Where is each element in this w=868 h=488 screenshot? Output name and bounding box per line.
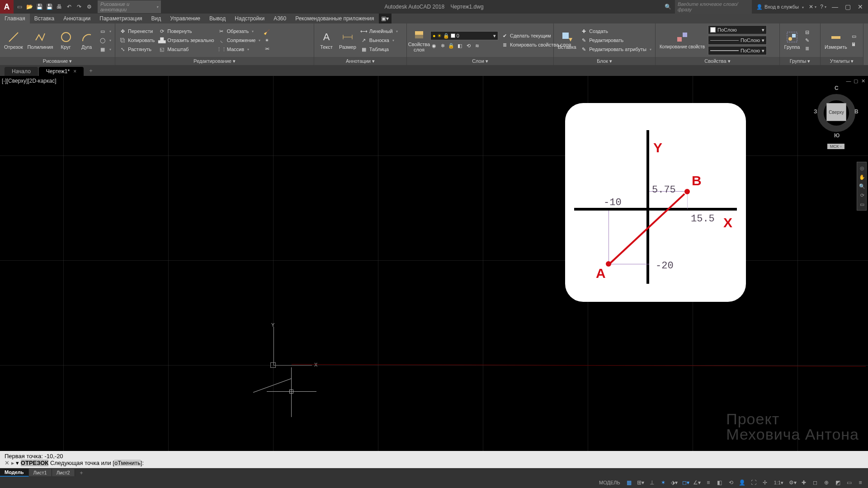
transparency-toggle[interactable]: ◧ — [715, 478, 725, 487]
nav-orbit-icon[interactable]: ⟳ — [858, 191, 866, 199]
workspace-dropdown[interactable]: Рисование и аннотации — [98, 0, 161, 13]
mirror-button[interactable]: ▟▙Отразить зеркально — [157, 36, 215, 44]
vc-south[interactable]: Ю — [834, 132, 840, 139]
snap-toggle[interactable]: ⊞▾ — [636, 478, 646, 487]
tab-parametric[interactable]: Параметризация — [95, 14, 146, 23]
maximize-button[interactable]: ▢ — [843, 2, 853, 12]
panel-draw-title[interactable]: Рисование ▾ — [0, 57, 115, 65]
open-icon[interactable]: 📂 — [25, 3, 33, 11]
group-button[interactable]: Группа — [783, 30, 802, 51]
vc-east[interactable]: В — [854, 108, 859, 115]
minimize-button[interactable]: — — [830, 2, 840, 12]
nav-pan-icon[interactable]: ✋ — [858, 173, 866, 181]
nav-wheel-icon[interactable]: ◎ — [858, 164, 866, 172]
panel-modify-title[interactable]: Редактирование ▾ — [115, 57, 314, 65]
add-layout-button[interactable]: ＋ — [75, 468, 88, 478]
layer-prev-btn[interactable]: ⟲ — [465, 42, 472, 49]
tab-layout2[interactable]: Лист2 — [52, 469, 75, 476]
vp-maximize-icon[interactable]: ▢ — [853, 78, 859, 84]
layer-props-button[interactable]: Свойства слоя — [410, 27, 429, 53]
tab-manage[interactable]: Управление — [165, 14, 205, 23]
viewcube-top-face[interactable]: Сверху — [826, 103, 846, 121]
stretch-button[interactable]: ⤡Растянуть — [118, 45, 156, 53]
max-vp-icon[interactable]: ◻ — [810, 478, 820, 487]
lwt-toggle[interactable]: ≡ — [703, 478, 713, 487]
tab-drawing1[interactable]: Чертеж1*× — [39, 67, 84, 76]
layer-lock-btn[interactable]: 🔒 — [448, 42, 455, 49]
select-btn[interactable]: ▭ — [850, 33, 858, 40]
layer-freeze-btn[interactable]: ❄ — [439, 42, 446, 49]
edit-block-button[interactable]: ✎Редактировать — [579, 36, 652, 44]
color-dropdown[interactable]: ПоСлою▾ — [708, 25, 767, 34]
vc-north[interactable]: С — [835, 85, 839, 91]
viewcube[interactable]: Сверху С В Ю З МСК — [814, 85, 859, 148]
drawing-viewport[interactable]: [-][Сверху][2D-каркас] — ▢ ✕ Y X Сверху … — [0, 76, 868, 451]
edit-attr-button[interactable]: ✎Редактировать атрибуты — [579, 45, 652, 53]
layer-dropdown[interactable]: ● ☀ 🔒 0 ▾ — [430, 31, 498, 40]
group-edit-btn[interactable]: ✎ — [803, 37, 811, 44]
panel-props-title[interactable]: Свойства ▾ — [656, 57, 779, 65]
explode-button[interactable]: ✴ — [263, 37, 270, 44]
undo-icon[interactable]: ↶ — [65, 3, 73, 11]
tab-addins[interactable]: Надстройки — [230, 14, 269, 23]
nav-zoom-icon[interactable]: 🔍 — [858, 182, 866, 190]
redo-icon[interactable]: ↷ — [75, 3, 83, 11]
layer-iso-btn[interactable]: ◧ — [456, 42, 463, 49]
ungroup-btn[interactable]: ⊟ — [803, 28, 811, 36]
new-icon[interactable]: ▭ — [15, 3, 24, 11]
nav-showmotion-icon[interactable]: ▭ — [858, 200, 866, 208]
rect-button[interactable]: ▭ — [98, 27, 112, 35]
help-icon[interactable]: ? — [819, 3, 827, 11]
tab-a360[interactable]: A360 — [269, 14, 291, 23]
dim-button[interactable]: Размер — [338, 30, 358, 51]
panel-groups-title[interactable]: Группы ▾ — [780, 57, 820, 65]
ellipse-button[interactable]: ◯ — [98, 36, 112, 44]
customize-icon[interactable]: ≡ — [855, 478, 865, 487]
linetype-dropdown[interactable]: ПоСлою▾ — [708, 46, 767, 55]
vp-close-icon[interactable]: ✕ — [860, 78, 866, 84]
annoscale-icon[interactable]: 👤 — [737, 478, 747, 487]
array-button[interactable]: ⋮⋮Массив — [217, 45, 262, 53]
tab-model[interactable]: Модель — [0, 469, 29, 477]
annoauto-icon[interactable]: ✢ — [760, 478, 770, 487]
close-button[interactable]: ✕ — [855, 2, 865, 12]
tab-annotate[interactable]: Аннотации — [59, 14, 95, 23]
otrack-toggle[interactable]: ∠▾ — [692, 478, 702, 487]
copy-button[interactable]: ⿻Копировать — [118, 36, 156, 44]
lineweight-dropdown[interactable]: ПоСлою▾ — [708, 36, 767, 45]
tab-layout1[interactable]: Лист1 — [29, 469, 52, 476]
viewcube-wcs[interactable]: МСК — [827, 144, 844, 149]
iso-toggle[interactable]: ⬗▾ — [670, 478, 679, 487]
leader-button[interactable]: ↗Выноска — [359, 36, 399, 44]
save-icon[interactable]: 💾 — [35, 3, 43, 11]
tab-insert[interactable]: Вставка — [30, 14, 59, 23]
saveas-icon[interactable]: 💾 — [45, 3, 53, 11]
panel-block-title[interactable]: Блок ▾ — [554, 57, 655, 65]
settings-icon[interactable]: ⚙ — [85, 3, 93, 11]
fillet-button[interactable]: ◟Сопряжение — [217, 36, 262, 44]
tab-featured[interactable]: Рекомендованные приложения — [291, 14, 378, 23]
ortho-toggle[interactable]: ⊥ — [647, 478, 657, 487]
command-line[interactable]: Первая точка: -10,-20 ✕ ▸ ▾ ОТРЕЗОК След… — [0, 451, 868, 468]
tab-expand[interactable]: ▣▾ — [379, 14, 392, 23]
annovisibility-icon[interactable]: ⛶ — [749, 478, 759, 487]
circle-button[interactable]: Круг — [57, 30, 75, 51]
panel-layers-title[interactable]: Слои ▾ — [407, 57, 553, 65]
table-button[interactable]: ▦Таблица — [359, 45, 399, 53]
panel-annot-title[interactable]: Аннотации ▾ — [314, 57, 406, 65]
search-icon[interactable]: 🔍 — [664, 3, 672, 11]
app-logo[interactable]: A — [0, 0, 14, 14]
gear-icon[interactable]: ⚙▾ — [788, 478, 797, 487]
cmd-current[interactable]: ✕ ▸ ▾ ОТРЕЗОК Следующая точка или [оТмен… — [5, 460, 863, 466]
signin-button[interactable]: 👤 Вход в службы — [755, 3, 806, 11]
insert-button[interactable]: Вставка — [557, 30, 577, 51]
layer-match-btn[interactable]: ≋ — [473, 42, 481, 49]
polyline-button[interactable]: Полилиния — [26, 30, 54, 51]
tab-home[interactable]: Главная — [0, 14, 30, 23]
text-button[interactable]: AТекст — [317, 30, 336, 51]
line-button[interactable]: Отрезок — [3, 30, 24, 51]
calc-btn[interactable]: 🖩 — [850, 41, 858, 48]
hatch-button[interactable]: ▦ — [98, 45, 112, 53]
viewport-label[interactable]: [-][Сверху][2D-каркас] — [2, 78, 57, 84]
trim-button[interactable]: ✂Обрезать — [217, 27, 262, 35]
